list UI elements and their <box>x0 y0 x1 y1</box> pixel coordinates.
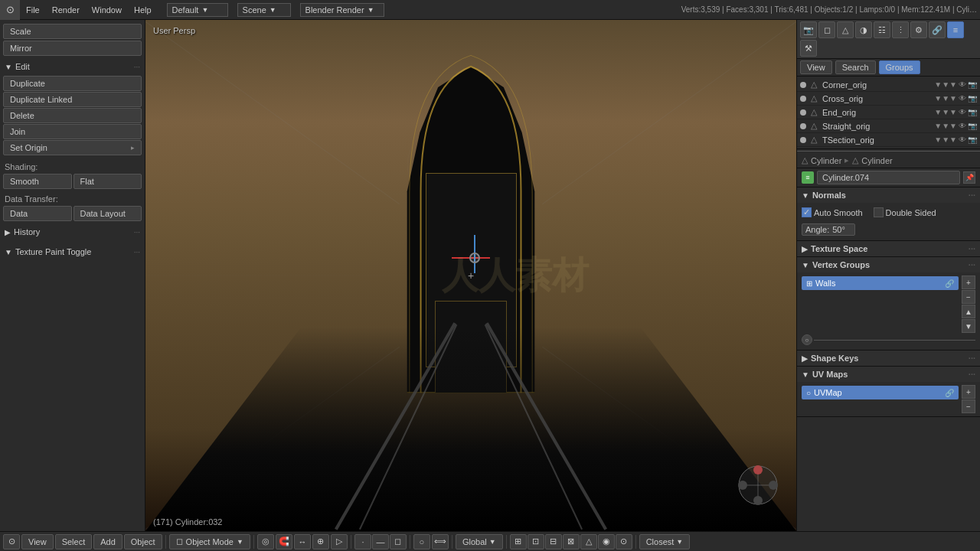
vertex-groups-header[interactable]: ▼ Vertex Groups ··· <box>797 257 980 272</box>
rp-icon-texture[interactable]: ☷ <box>874 21 890 38</box>
delete-button[interactable]: Delete <box>3 108 142 123</box>
smooth-button[interactable]: Smooth <box>3 174 72 189</box>
rp-icon-constraints[interactable]: 🔗 <box>929 21 946 38</box>
menu-help[interactable]: Help <box>128 0 158 19</box>
overlay-btn-4[interactable]: ⊠ <box>563 534 580 549</box>
normals-header[interactable]: ▼ Normals ··· <box>797 187 980 203</box>
proportional-edit[interactable]: ○ <box>413 534 430 549</box>
double-sided-checkbox[interactable] <box>874 207 884 217</box>
rp-icon-physics[interactable]: ⚙ <box>910 21 927 38</box>
edit-section-header[interactable]: ▼ Edit ··· <box>3 60 142 73</box>
pin-button[interactable]: 📌 <box>963 171 975 184</box>
rp-icon-object[interactable]: ◻ <box>818 21 835 38</box>
global-select[interactable]: Global ▼ <box>456 534 503 549</box>
rp-icon-data[interactable]: ≡ <box>947 21 964 38</box>
list-item[interactable]: △ Straight_orig ▼▼▼ 👁 📷 <box>797 119 980 133</box>
breadcrumb-item-2[interactable]: Cylinder <box>861 156 892 165</box>
vertex-select[interactable]: · <box>354 534 371 549</box>
vg-remove-button[interactable]: − <box>962 290 975 304</box>
eye-icon-5[interactable]: 👁 <box>959 135 966 144</box>
add-button[interactable]: Add <box>93 534 122 549</box>
vg-down-button[interactable]: ▼ <box>962 319 975 333</box>
join-button[interactable]: Join <box>3 124 142 139</box>
navtab-search[interactable]: Search <box>835 60 876 74</box>
mode-select[interactable]: ◻ Object Mode ▼ <box>169 534 250 549</box>
texture-space-header[interactable]: ▶ Texture Space ··· <box>797 241 980 256</box>
data-button[interactable]: Data <box>3 206 72 221</box>
rp-icon-modifiers[interactable]: ⚒ <box>800 40 817 57</box>
uv-maps-header[interactable]: ▼ UV Maps ··· <box>797 367 980 382</box>
double-sided-checkbox-item[interactable]: Double Sided <box>874 207 936 217</box>
snap-icon[interactable]: 🧲 <box>276 534 292 549</box>
scale-button[interactable]: Scale <box>3 24 142 39</box>
set-origin-dropdown[interactable]: Set Origin ▸ <box>3 140 142 155</box>
render-icon-5[interactable]: 📷 <box>968 135 977 144</box>
navtab-groups[interactable]: Groups <box>879 60 920 74</box>
uv-map-name: UVMap <box>814 388 842 397</box>
shape-keys-header[interactable]: ▶ Shape Keys ··· <box>797 350 980 366</box>
rp-icon-mesh[interactable]: △ <box>837 21 854 38</box>
list-item[interactable]: △ Cross_orig ▼▼▼ 👁 📷 <box>797 92 980 106</box>
select-button[interactable]: Select <box>55 534 93 549</box>
auto-smooth-checkbox[interactable]: ✓ <box>802 207 812 217</box>
angle-input[interactable]: Angle: 50° <box>802 223 855 236</box>
auto-smooth-checkbox-item[interactable]: ✓ Auto Smooth <box>802 207 863 217</box>
render-icon-4[interactable]: 📷 <box>968 122 977 130</box>
nav-gizmo[interactable] <box>735 462 781 508</box>
menu-render[interactable]: Render <box>46 0 86 19</box>
texture-paint-header[interactable]: ▼ Texture Paint Toggle ··· <box>3 245 142 259</box>
face-select[interactable]: ◻ <box>390 534 407 549</box>
select-mode-icon[interactable]: ▷ <box>331 534 348 549</box>
data-layout-button[interactable]: Data Layout <box>74 206 142 221</box>
duplicate-linked-button[interactable]: Duplicate Linked <box>3 92 142 107</box>
breadcrumb-item-1[interactable]: Cylinder <box>811 156 841 165</box>
eye-icon-1[interactable]: 👁 <box>959 80 966 89</box>
vg-add-button[interactable]: + <box>962 276 975 289</box>
closest-select[interactable]: Closest ▼ <box>639 534 691 549</box>
rp-icon-camera[interactable]: 📷 <box>800 21 817 38</box>
edge-select[interactable]: — <box>372 534 389 549</box>
history-section-header[interactable]: ▶ History ··· <box>3 225 142 239</box>
overlay-btn-1[interactable]: ⊞ <box>510 534 527 549</box>
flat-button[interactable]: Flat <box>74 174 142 189</box>
eye-icon-3[interactable]: 👁 <box>959 108 966 116</box>
bottom-blender-icon[interactable]: ⊙ <box>3 534 20 549</box>
manipulator-icon[interactable]: ⊕ <box>312 534 329 549</box>
render-engine-selector[interactable]: Blender Render ▼ <box>300 3 384 17</box>
eye-icon-4[interactable]: 👁 <box>959 122 966 130</box>
render-icon-3[interactable]: 📷 <box>968 108 977 116</box>
navtab-view[interactable]: View <box>800 60 832 74</box>
screen-layout-selector[interactable]: Default ▼ <box>167 3 228 17</box>
eye-icon-2[interactable]: 👁 <box>959 94 966 103</box>
vertex-group-item[interactable]: ⊞ Walls 🔗 <box>802 276 959 290</box>
transform-icon[interactable]: ↔ <box>294 534 311 549</box>
overlay-btn-2[interactable]: ⊡ <box>528 534 544 549</box>
uv-map-item[interactable]: ○ UVMap 🔗 <box>802 386 959 399</box>
pivot-icon[interactable]: ◎ <box>257 534 274 549</box>
object-name-input[interactable] <box>817 171 960 184</box>
uv-remove-button[interactable]: − <box>962 399 975 413</box>
render-icon-1[interactable]: 📷 <box>968 80 977 89</box>
rp-icon-particles[interactable]: ⋮ <box>892 21 909 38</box>
list-item[interactable]: △ TSection_orig ▼▼▼ 👁 📷 <box>797 133 980 147</box>
object-button[interactable]: Object <box>124 534 162 549</box>
overlay-btn-6[interactable]: ◉ <box>598 534 615 549</box>
viewport[interactable]: + User Persp (171) Cylinder:032 人人素材 <box>145 20 796 531</box>
list-item[interactable]: △ Corner_orig ▼▼▼ 👁 📷 <box>797 78 980 92</box>
list-item[interactable]: △ End_orig ▼▼▼ 👁 📷 <box>797 106 980 119</box>
mirror-button[interactable]: Mirror <box>3 41 142 56</box>
render-icon-2[interactable]: 📷 <box>968 94 977 103</box>
view-button[interactable]: View <box>21 534 54 549</box>
menu-file[interactable]: File <box>20 0 46 19</box>
overlay-btn-7[interactable]: ⊙ <box>616 534 632 549</box>
rp-icon-material[interactable]: ◑ <box>855 21 872 38</box>
menu-window[interactable]: Window <box>86 0 128 19</box>
vg-up-button[interactable]: ▲ <box>962 305 975 318</box>
overlay-btn-3[interactable]: ⊟ <box>545 534 562 549</box>
scene-selector[interactable]: Scene ▼ <box>237 3 291 17</box>
overlay-btn-5[interactable]: △ <box>580 534 597 549</box>
mirror-edit[interactable]: ⟺ <box>432 534 449 549</box>
uv-add-button[interactable]: + <box>962 385 975 399</box>
duplicate-button[interactable]: Duplicate <box>3 76 142 91</box>
vg-dot-btn[interactable]: ○ <box>802 334 812 345</box>
